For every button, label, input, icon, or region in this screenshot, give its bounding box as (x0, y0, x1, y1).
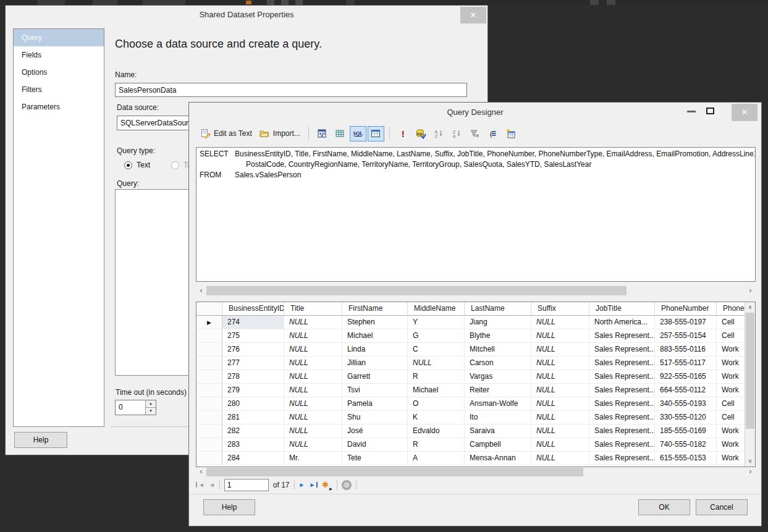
table-cell: NULL (284, 411, 342, 424)
table-cell: 238-555-0197 (655, 316, 717, 329)
scroll-left-icon[interactable]: ‹ (196, 467, 206, 477)
help-button[interactable]: Help (14, 432, 67, 448)
verify-sql-button[interactable]: SQL (413, 126, 429, 141)
table-row[interactable]: 277NULLJillianNULLCarsonNULLSales Repres… (196, 357, 745, 370)
close-icon[interactable]: ✕ (460, 7, 486, 23)
grid-vertical-scrollbar[interactable]: ∧ ∨ (745, 302, 755, 467)
sql-select-keyword: SELECT (196, 149, 235, 159)
diagram-pane-toggle[interactable] (314, 126, 331, 141)
table-row[interactable]: 279NULLTsviMichaelReiterNULLSales Repres… (196, 384, 745, 397)
grid-column-header[interactable]: PhoneN (717, 302, 745, 315)
table-row[interactable]: 276NULLLindaCMitchellNULLSales Represent… (196, 343, 745, 357)
sql-pane[interactable]: SELECT BusinessEntityID, Title, FirstNam… (196, 147, 756, 282)
radio-text[interactable] (124, 161, 132, 169)
table-cell: NULL (531, 438, 589, 451)
dataset-name-input[interactable] (115, 83, 467, 97)
table-row[interactable]: 281NULLShuKItoNULLSales Represent...330-… (196, 411, 745, 424)
scrollbar-thumb[interactable] (206, 286, 627, 295)
table-row[interactable]: 280NULLPamelaOAnsman-WolfeNULLSales Repr… (196, 397, 745, 411)
scroll-up-icon[interactable]: ∧ (745, 302, 755, 313)
table-cell: Work (717, 438, 745, 451)
edit-as-text-label: Edit as Text (214, 129, 252, 138)
sidebar-item-fields[interactable]: Fields (14, 46, 104, 64)
first-page-button[interactable]: ◄ (196, 480, 205, 490)
grid-pane-toggle[interactable] (332, 126, 348, 141)
table-row[interactable]: 278NULLGarrettRVargasNULLSales Represent… (196, 370, 745, 384)
grid-column-header[interactable]: PhoneNumber (655, 302, 717, 315)
scrollbar-thumb[interactable] (206, 468, 583, 476)
grid-column-header[interactable]: JobTitle (589, 302, 655, 315)
spinner-up-icon[interactable]: ▲ (146, 400, 156, 408)
current-page-input[interactable] (224, 479, 269, 491)
row-selector (196, 357, 222, 369)
grid-column-header[interactable]: FirstName (342, 302, 408, 315)
table-cell: 276 (222, 343, 284, 356)
radio-table[interactable] (171, 161, 179, 169)
timeout-stepper[interactable]: 0 ▲ ▼ (115, 400, 156, 415)
scrollbar-thumb[interactable] (746, 313, 754, 429)
grid-column-header[interactable]: Title (284, 302, 342, 315)
scroll-left-icon[interactable]: ‹ (196, 285, 206, 296)
table-cell: O (408, 397, 465, 410)
table-cell: Mr. (284, 452, 342, 465)
sidebar-item-query[interactable]: Query (14, 29, 104, 46)
spinner-down-icon[interactable]: ▼ (146, 408, 156, 415)
table-cell: NULL (531, 357, 589, 369)
table-cell: Mensa-Annan (465, 452, 531, 465)
scroll-right-icon[interactable]: › (745, 285, 756, 296)
previous-page-button[interactable]: ◄ (209, 480, 215, 490)
table-row[interactable]: ▶274NULLStephenYJiangNULLNorth America..… (196, 316, 745, 329)
stop-button[interactable] (342, 480, 352, 490)
refresh-icon[interactable]: ✱ ► (322, 480, 332, 491)
table-cell: 257-555-0154 (655, 329, 717, 342)
background-ui-fragment (267, 0, 274, 5)
cancel-button[interactable]: Cancel (696, 499, 748, 515)
maximize-icon[interactable] (706, 108, 714, 114)
next-page-button[interactable]: ► (299, 480, 305, 490)
table-row[interactable]: 284Mr.TeteAMensa-AnnanNULLSales Represen… (196, 452, 745, 465)
remove-filter-button[interactable] (466, 126, 483, 141)
grid-pane-icon (335, 129, 345, 139)
ok-button[interactable]: OK (638, 499, 690, 515)
sidebar-item-options[interactable]: Options (14, 64, 104, 81)
table-row[interactable]: 275NULLMichaelGBlytheNULLSales Represent… (196, 329, 745, 343)
last-page-button[interactable]: ► (309, 480, 318, 490)
table-cell: 278 (222, 370, 284, 383)
sort-ascending-button[interactable]: AZ (431, 126, 447, 141)
grid-corner-cell[interactable] (196, 302, 222, 315)
minimize-icon[interactable] (687, 111, 696, 112)
grid-column-header[interactable]: BusinessEntityID (222, 302, 284, 315)
close-icon[interactable]: ✕ (732, 104, 757, 121)
add-table-button[interactable] (502, 126, 519, 141)
grid-column-header[interactable]: Suffix (531, 302, 589, 315)
sidebar-item-filters[interactable]: Filters (14, 81, 104, 98)
grid-column-header[interactable]: MiddleName (408, 302, 465, 315)
table-row[interactable]: 283NULLDavidRCampbellNULLSales Represent… (196, 438, 745, 452)
name-label: Name: (115, 70, 137, 79)
table-cell: Sales Represent... (589, 411, 655, 424)
sidebar-item-parameters[interactable]: Parameters (14, 98, 104, 116)
table-row[interactable]: 282NULLJoséEdvaldoSaraivaNULLSales Repre… (196, 424, 745, 438)
sql-pane-toggle[interactable]: SQL (350, 126, 366, 141)
result-pane-toggle[interactable] (368, 126, 384, 141)
grid-column-header[interactable]: LastName (465, 302, 531, 315)
scroll-down-icon[interactable]: ∨ (745, 456, 755, 467)
screen: Shared Dataset Properties ✕ Query Fields… (0, 0, 768, 532)
table-cell: NULL (531, 329, 589, 342)
pagination-separator (219, 480, 220, 490)
run-query-button[interactable]: ! (395, 126, 411, 141)
table-cell: Jiang (465, 316, 531, 329)
import-folder-icon (260, 129, 270, 139)
edit-as-text-button[interactable]: Edit as Text (196, 126, 256, 141)
window-titlebar[interactable]: Query Designer ✕ (189, 103, 761, 122)
help-button[interactable]: Help (203, 499, 255, 515)
import-button[interactable]: Import... (256, 126, 304, 141)
dialog-titlebar[interactable]: Shared Dataset Properties ✕ (6, 6, 487, 24)
scroll-right-icon[interactable]: › (745, 467, 756, 477)
row-selector (196, 424, 222, 437)
row-selector (196, 329, 222, 342)
table-cell: Cell (717, 316, 745, 329)
group-by-button[interactable]: ( (484, 126, 501, 141)
sort-descending-button[interactable]: ZA (449, 126, 465, 141)
table-cell: NULL (531, 411, 589, 424)
